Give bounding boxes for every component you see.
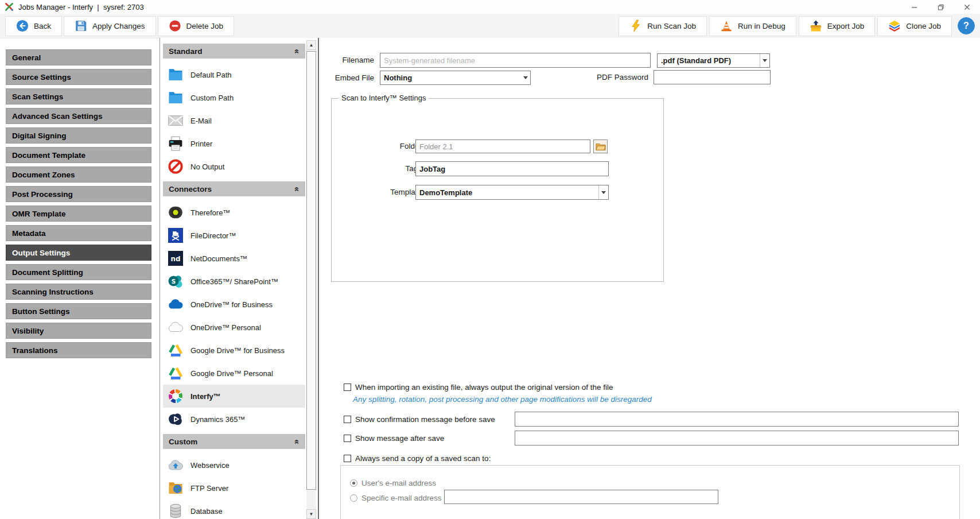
titlebar: Jobs Manager - Interfy | sysref: 2703 [0, 0, 980, 14]
filename-label: Filename [320, 53, 374, 68]
section-header-custom[interactable]: Custom« [163, 434, 305, 449]
sidebar-item-visibility[interactable]: Visibility [6, 323, 151, 339]
clone-job-button[interactable]: Clone Job [877, 16, 952, 36]
send-copy-checkbox-row[interactable]: Always send a copy of a saved scan to: [344, 454, 491, 463]
file-format-select[interactable]: .pdf (Standard PDF) [657, 53, 770, 68]
scroll-down-button[interactable]: ▼ [306, 509, 316, 519]
specific-email-input[interactable] [444, 490, 718, 504]
run-scan-job-button[interactable]: Run Scan Job [619, 16, 707, 36]
connector-scrollbar[interactable]: ▲ ▼ [306, 40, 316, 519]
chevron-down-icon[interactable] [760, 54, 769, 67]
connector-item-dynamics-365[interactable]: Dynamics 365™ [163, 408, 305, 431]
confirm-before-save-input[interactable] [515, 412, 959, 427]
help-button[interactable]: ? [958, 17, 975, 34]
connector-item-google-drive-for-business[interactable]: Google Drive™ for Business [163, 339, 305, 362]
connector-item-label: Printer [190, 140, 212, 148]
connector-item-ftp-server[interactable]: FTP Server [163, 477, 305, 499]
sidebar-item-general[interactable]: General [6, 49, 151, 65]
chevron-down-icon[interactable] [598, 185, 608, 199]
sidebar-item-post-processing[interactable]: Post Processing [6, 186, 151, 202]
specific-email-radio[interactable] [350, 494, 357, 502]
sidebar-item-output-settings[interactable]: Output Settings [6, 245, 151, 261]
filename-input[interactable] [380, 53, 651, 68]
sidebar-item-scan-settings[interactable]: Scan Settings [6, 88, 151, 104]
sidebar-item-translations[interactable]: Translations [6, 342, 151, 358]
apply-changes-button[interactable]: Apply Changes [64, 16, 156, 36]
import-original-checkbox-row[interactable]: When importing an existing file, always … [344, 382, 613, 392]
sidebar-item-source-settings[interactable]: Source Settings [6, 69, 151, 85]
user-email-radio[interactable] [350, 479, 357, 487]
message-after-save-checkbox-row[interactable]: Show message after save [344, 433, 444, 443]
sidebar-item-document-zones[interactable]: Document Zones [6, 166, 151, 183]
back-button[interactable]: Back [5, 16, 62, 36]
export-job-button[interactable]: Export Job [799, 16, 876, 36]
sidebar-item-button-settings[interactable]: Button Settings [6, 303, 151, 319]
confirm-before-save-checkbox-row[interactable]: Show confirmation message before save [344, 415, 495, 424]
connector-item-interfy[interactable]: Interfy™ [163, 385, 305, 408]
dynamics365-icon [168, 412, 183, 427]
delete-job-button[interactable]: Delete Job [158, 16, 235, 36]
message-after-save-checkbox[interactable] [344, 435, 351, 442]
specific-email-radio-row[interactable]: Specific e-mail address [350, 493, 442, 502]
tags-label: Tags [355, 161, 422, 176]
collapse-section-icon[interactable]: « [293, 49, 301, 53]
scroll-up-button[interactable]: ▲ [306, 40, 316, 50]
connector-item-webservice[interactable]: Webservice [163, 454, 305, 477]
connector-item-label: Interfy™ [190, 392, 221, 401]
confirm-before-save-checkbox[interactable] [344, 416, 351, 423]
file-format-value: .pdf (Standard PDF) [661, 56, 760, 65]
scrollbar-thumb[interactable] [306, 51, 316, 490]
connector-item-filedirector[interactable]: FileDirector™ [163, 224, 305, 247]
toolbar: BackApply ChangesDelete Job Run Scan Job… [0, 14, 980, 38]
connector-panel: Standard«Default PathCustom PathE-MailPr… [160, 38, 319, 519]
connector-item-printer[interactable]: Printer [163, 132, 305, 155]
browse-folder-button[interactable] [593, 140, 608, 153]
send-copy-checkbox[interactable] [344, 455, 351, 462]
connector-item-label: Webservice [190, 461, 230, 470]
import-original-checkbox[interactable] [344, 384, 351, 391]
embed-file-select[interactable]: Nothing [380, 71, 531, 85]
sidebar-item-scanning-instructions[interactable]: Scanning Instructions [6, 284, 151, 300]
interfy-settings-group-title: Scan to Interfy™ Settings [339, 94, 429, 102]
collapse-section-icon[interactable]: « [293, 439, 301, 444]
export-icon [810, 20, 822, 32]
chevron-down-icon[interactable] [520, 71, 530, 84]
tags-input[interactable] [415, 161, 609, 176]
close-button[interactable] [954, 0, 980, 14]
folder-input[interactable] [415, 140, 590, 153]
connector-item-default-path[interactable]: Default Path [163, 63, 305, 86]
connector-item-no-output[interactable]: No Output [163, 155, 305, 178]
restore-button[interactable] [927, 0, 954, 14]
connector-item-netdocuments[interactable]: ndNetDocuments™ [163, 247, 305, 270]
connector-item-onedrive-for-business[interactable]: OneDrive™ for Business [163, 293, 305, 316]
connector-item-label: Google Drive™ for Business [190, 346, 285, 355]
connector-item-onedrive-personal[interactable]: OneDrive™ Personal [163, 316, 305, 339]
message-after-save-input[interactable] [515, 431, 959, 446]
database-icon [168, 503, 183, 518]
collapse-section-icon[interactable]: « [293, 187, 301, 191]
connector-item-office365-sharepoint[interactable]: SOffice365™/ SharePoint™ [163, 270, 305, 293]
section-header-standard[interactable]: Standard« [163, 44, 305, 59]
connector-item-database[interactable]: Database [163, 499, 305, 519]
onedrive-business-icon [168, 297, 183, 312]
webservice-icon [168, 458, 183, 472]
connector-item-google-drive-personal[interactable]: Google Drive™ Personal [163, 362, 305, 385]
section-header-connectors[interactable]: Connectors« [163, 181, 305, 196]
sidebar-item-omr-template[interactable]: OMR Template [6, 206, 151, 222]
run-in-debug-button[interactable]: Run in Debug [709, 16, 796, 36]
sidebar-item-document-template[interactable]: Document Template [6, 147, 151, 163]
connector-item-custom-path[interactable]: Custom Path [163, 86, 305, 109]
minimize-button[interactable] [901, 0, 927, 14]
pdf-password-input[interactable] [654, 70, 771, 84]
confirm-before-save-label: Show confirmation message before save [355, 415, 495, 424]
connector-item-label: OneDrive™ Personal [190, 323, 261, 332]
sidebar-item-metadata[interactable]: Metadata [6, 225, 151, 241]
template-select[interactable]: DemoTemplate [415, 185, 609, 200]
sidebar-item-advanced-scan-settings[interactable]: Advanced Scan Settings [6, 108, 151, 124]
user-email-radio-row[interactable]: User's e-mail address [350, 478, 436, 487]
sidebar-item-document-splitting[interactable]: Document Splitting [6, 264, 151, 280]
filedirector-icon [168, 228, 183, 243]
connector-item-therefore[interactable]: Therefore™ [163, 201, 305, 224]
connector-item-e-mail[interactable]: E-Mail [163, 109, 305, 132]
sidebar-item-digital-signing[interactable]: Digital Signing [6, 127, 151, 144]
